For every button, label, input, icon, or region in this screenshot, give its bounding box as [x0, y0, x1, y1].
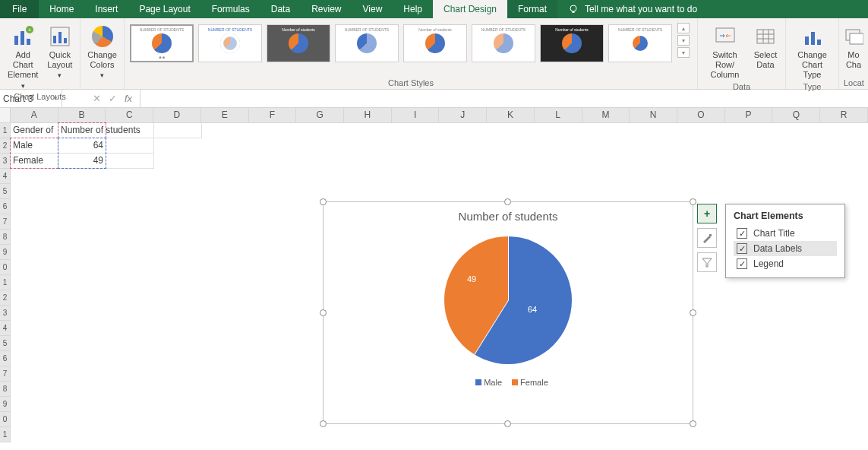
pie-chart[interactable]: 64 49 — [324, 236, 693, 364]
cell-A2[interactable]: Male — [11, 138, 58, 154]
chart-elements-button[interactable]: + — [697, 204, 717, 223]
fx-icon[interactable]: fx — [125, 93, 132, 104]
chart-title[interactable]: Number of students — [324, 202, 693, 223]
enter-icon[interactable]: ✓ — [109, 93, 117, 104]
row-13[interactable]: 3 — [0, 306, 11, 321]
row-6[interactable]: 6 — [0, 199, 11, 214]
col-O[interactable]: O — [677, 108, 725, 122]
row-11[interactable]: 1 — [0, 275, 11, 290]
chart-style-8[interactable]: NUMBER OF STUDENTS — [608, 24, 672, 62]
chart-style-4[interactable]: NUMBER OF STUDENTS — [335, 24, 399, 62]
style-scroll-more[interactable]: ▾ — [677, 47, 690, 58]
tab-home[interactable]: Home — [39, 0, 84, 18]
col-K[interactable]: K — [487, 108, 535, 122]
chart-style-6[interactable]: NUMBER OF STUDENTS — [472, 24, 535, 62]
row-14[interactable]: 4 — [0, 321, 11, 336]
move-chart-button[interactable]: Mo Cha — [838, 23, 868, 71]
flyout-data-labels[interactable]: ✓ Data Labels — [734, 241, 837, 256]
quick-layout-button[interactable]: Quick Layout — [44, 23, 75, 82]
row-7[interactable]: 7 — [0, 214, 11, 230]
col-L[interactable]: L — [535, 108, 582, 122]
select-all-corner[interactable] — [0, 108, 11, 122]
col-R[interactable]: R — [820, 108, 868, 122]
tab-format[interactable]: Format — [507, 0, 557, 18]
chart-style-2[interactable]: NUMBER OF STUDENTS — [198, 24, 262, 62]
formula-input[interactable] — [140, 90, 868, 107]
row-18[interactable]: 8 — [0, 382, 11, 397]
chart-style-1[interactable]: NUMBER OF STUDENTS■ ■ — [130, 24, 194, 62]
row-20[interactable]: 0 — [0, 412, 11, 427]
col-P[interactable]: P — [725, 108, 773, 122]
row-16[interactable]: 6 — [0, 351, 11, 366]
row-15[interactable]: 5 — [0, 336, 11, 351]
row-4[interactable]: 4 — [0, 169, 11, 184]
col-A[interactable]: A — [11, 108, 58, 122]
chart-style-5[interactable]: Number of students — [403, 24, 467, 62]
tab-view[interactable]: View — [352, 0, 393, 18]
flyout-chart-title[interactable]: ✓ Chart Title — [734, 226, 837, 241]
col-G[interactable]: G — [296, 108, 344, 122]
tab-file[interactable]: File — [0, 0, 39, 18]
tab-help[interactable]: Help — [393, 0, 433, 18]
row-19[interactable]: 9 — [0, 397, 11, 412]
tab-chart-design[interactable]: Chart Design — [433, 0, 507, 18]
col-J[interactable]: J — [439, 108, 487, 122]
row-1[interactable]: 1 — [0, 123, 11, 138]
row-21[interactable]: 1 — [0, 427, 11, 442]
chart-handle-tm[interactable] — [504, 198, 511, 205]
chart-filters-button[interactable] — [697, 252, 717, 272]
cell-C3[interactable] — [106, 154, 154, 169]
row-17[interactable]: 7 — [0, 366, 11, 382]
chart-handle-tl[interactable] — [320, 198, 327, 205]
cell-C2[interactable] — [106, 138, 154, 154]
style-scroll-up[interactable]: ▴ — [677, 23, 690, 33]
flyout-legend[interactable]: ✓ Legend — [734, 256, 837, 271]
row-3[interactable]: 3 — [0, 154, 11, 169]
name-box[interactable]: Chart 3 ▼ — [0, 90, 62, 107]
col-I[interactable]: I — [392, 108, 440, 122]
select-data-button[interactable]: Select Data — [750, 23, 781, 71]
tell-me[interactable]: Tell me what you want to do — [557, 0, 708, 18]
col-F[interactable]: F — [249, 108, 297, 122]
tab-insert[interactable]: Insert — [84, 0, 128, 18]
col-M[interactable]: M — [582, 108, 630, 122]
tab-formulas[interactable]: Formulas — [201, 0, 260, 18]
row-5[interactable]: 5 — [0, 184, 11, 199]
chart-style-3[interactable]: Number of students — [267, 24, 330, 62]
tab-page-layout[interactable]: Page Layout — [128, 0, 200, 18]
switch-row-column-button[interactable]: Switch Row/ Column — [702, 23, 747, 82]
col-C[interactable]: C — [106, 108, 153, 122]
col-E[interactable]: E — [201, 108, 249, 122]
add-chart-element-button[interactable]: + Add Chart Element — [5, 23, 41, 92]
chart-handle-tr[interactable] — [690, 198, 696, 205]
cell-D1[interactable] — [154, 123, 202, 138]
row-10[interactable]: 0 — [0, 260, 11, 275]
row-9[interactable]: 9 — [0, 245, 11, 260]
col-N[interactable]: N — [630, 108, 677, 122]
tab-data[interactable]: Data — [260, 0, 301, 18]
cell-A3[interactable]: Female — [11, 154, 58, 169]
cell-B1[interactable]: Number of students — [58, 123, 106, 138]
chart-handle-bl[interactable] — [320, 420, 327, 427]
row-12[interactable]: 2 — [0, 290, 11, 306]
chart-object[interactable]: Number of students 64 49 Male Female — [323, 201, 693, 424]
cell-A1[interactable]: Gender of — [11, 123, 58, 138]
style-scroll-down[interactable]: ▾ — [677, 35, 690, 46]
col-Q[interactable]: Q — [772, 108, 820, 122]
tab-review[interactable]: Review — [301, 0, 352, 18]
cell-B3[interactable]: 49 — [58, 154, 106, 169]
change-chart-type-button[interactable]: Change Chart Type — [791, 23, 834, 82]
chart-legend[interactable]: Male Female — [324, 378, 693, 387]
cancel-icon[interactable]: ✕ — [93, 93, 101, 104]
cell-B2[interactable]: 64 — [58, 138, 106, 154]
cell-C1[interactable] — [106, 123, 154, 138]
col-D[interactable]: D — [153, 108, 201, 122]
col-B[interactable]: B — [58, 108, 106, 122]
row-8[interactable]: 8 — [0, 230, 11, 245]
chart-styles-button[interactable] — [697, 228, 717, 248]
chart-style-7[interactable]: Number of students — [540, 24, 604, 62]
chart-handle-br[interactable] — [690, 420, 696, 427]
chart-handle-bm[interactable] — [504, 420, 511, 427]
cells-area[interactable]: Gender of Number of students Male 64 Fem… — [11, 123, 202, 442]
row-2[interactable]: 2 — [0, 138, 11, 154]
